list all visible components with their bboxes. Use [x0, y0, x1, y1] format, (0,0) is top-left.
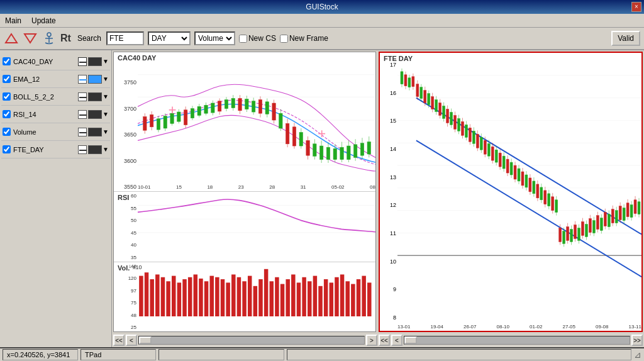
- cac40-arrow[interactable]: ▼: [103, 58, 109, 65]
- main-chart-y-axis: 380037503700365036003550: [114, 52, 138, 191]
- vol-chart-title: Vol.: [118, 264, 130, 272]
- svg-rect-128: [330, 282, 333, 316]
- svg-rect-117: [270, 281, 274, 316]
- status-info2: [287, 349, 631, 360]
- svg-rect-129: [335, 277, 338, 316]
- svg-rect-120: [286, 279, 289, 316]
- volume-checkbox[interactable]: [3, 128, 11, 136]
- cac40-checkbox[interactable]: [3, 57, 11, 65]
- svg-rect-96: [155, 274, 159, 316]
- ema12-arrow[interactable]: ▼: [103, 75, 109, 82]
- svg-rect-115: [258, 279, 262, 316]
- svg-rect-94: [145, 272, 148, 316]
- svg-rect-127: [324, 279, 328, 316]
- volume-arrow[interactable]: ▼: [103, 128, 109, 135]
- indicator-cac40: CAC40_DAY ▼: [1, 53, 110, 70]
- right-chart-svg: [397, 53, 641, 278]
- search-label: Search: [77, 34, 101, 43]
- status-bar: x=0.240526, y=3841 TPad ⊿: [0, 347, 644, 361]
- volume-name: Volume: [13, 128, 77, 136]
- svg-rect-118: [275, 277, 279, 316]
- fte-name: FTE_DAY: [13, 146, 77, 153]
- charts-container: CAC40 DAY 380037503700365036003550: [112, 50, 644, 333]
- title-bar: GUIStock ×: [0, 0, 644, 14]
- svg-rect-104: [199, 278, 203, 316]
- boll-checkbox[interactable]: [3, 92, 11, 101]
- boll-swatch[interactable]: [88, 92, 102, 101]
- indicator-boll: BOLL_5_2_2 ▼: [1, 88, 110, 106]
- svg-line-147: [416, 140, 641, 277]
- mode-display: TPad: [85, 351, 101, 358]
- menu-update[interactable]: Update: [29, 16, 58, 26]
- right-scroll-track[interactable]: [404, 336, 630, 345]
- fte-swatch[interactable]: [88, 145, 102, 154]
- left-panel: CAC40_DAY ▼ EMA_12 ▼ BOLL_5_2_2 ▼: [0, 50, 112, 347]
- svg-rect-114: [253, 286, 257, 316]
- main-content: CAC40_DAY ▼ EMA_12 ▼ BOLL_5_2_2 ▼: [0, 50, 644, 347]
- svg-rect-106: [209, 275, 213, 316]
- svg-rect-102: [188, 277, 192, 316]
- period-select[interactable]: DAY WEEK MONTH: [148, 31, 191, 45]
- svg-rect-135: [367, 282, 371, 316]
- main-chart-svg: [138, 52, 375, 188]
- right-scrollbar: << < >>: [379, 335, 643, 346]
- menu-main[interactable]: Main: [3, 16, 24, 26]
- svg-rect-116: [264, 269, 268, 316]
- cac40-swatch[interactable]: [88, 57, 102, 66]
- rsi-chart-title: RSI: [118, 194, 129, 201]
- fte-line-icon: [78, 145, 87, 154]
- left-scroll-track[interactable]: [138, 336, 365, 345]
- rsi-chart[interactable]: RSI 605550454035: [114, 192, 375, 262]
- left-scroll-thumb[interactable]: [139, 336, 152, 344]
- left-scroll-right-btn[interactable]: >: [366, 335, 377, 346]
- close-button[interactable]: ×: [631, 2, 641, 12]
- rsi14-name: RSI_14: [13, 111, 77, 118]
- menu-bar: Main Update: [0, 14, 644, 28]
- vol-chart[interactable]: Vol. x10 14612097754825: [114, 262, 375, 332]
- fte-checkbox[interactable]: [3, 145, 11, 153]
- volume-select[interactable]: Volume None: [194, 31, 235, 45]
- ema12-swatch[interactable]: [88, 75, 102, 84]
- svg-rect-95: [150, 279, 153, 316]
- resize-icon[interactable]: ⊿: [634, 350, 641, 360]
- right-scroll-thumb[interactable]: [404, 336, 417, 344]
- new-cs-checkbox[interactable]: [239, 35, 247, 43]
- indicator-volume: Volume ▼: [1, 123, 110, 141]
- new-cs-checkbox-label[interactable]: New CS: [239, 34, 276, 43]
- svg-rect-103: [194, 274, 197, 316]
- rsi14-checkbox[interactable]: [3, 110, 11, 118]
- boll-arrow[interactable]: ▼: [103, 93, 109, 100]
- ema12-checkbox[interactable]: [3, 75, 11, 83]
- new-frame-checkbox-label[interactable]: New Frame: [280, 34, 328, 43]
- right-scroll-left2-btn[interactable]: <: [391, 335, 402, 346]
- chart-area: CAC40 DAY 380037503700365036003550: [112, 50, 644, 347]
- left-scroll-left2-btn[interactable]: <: [126, 335, 137, 346]
- left-scroll-left-btn[interactable]: <<: [113, 335, 125, 346]
- scrollbar-area: << < > << < >>: [112, 333, 644, 347]
- indicator-rsi14: RSI_14 ▼: [1, 106, 110, 123]
- svg-point-4: [47, 33, 51, 36]
- rsi14-swatch[interactable]: [88, 110, 102, 119]
- main-chart[interactable]: CAC40 DAY 380037503700365036003550: [114, 52, 375, 192]
- triangle2-icon[interactable]: [23, 31, 38, 46]
- search-input[interactable]: [106, 31, 144, 45]
- rt-label: Rt: [60, 33, 71, 44]
- right-chart[interactable]: FTE DAY 171615141312111098: [379, 52, 643, 332]
- rsi14-arrow[interactable]: ▼: [103, 111, 109, 118]
- svg-rect-109: [226, 282, 230, 316]
- anchor-icon[interactable]: [42, 31, 57, 46]
- right-scroll-right-btn[interactable]: >>: [631, 335, 643, 346]
- status-coords: x=0.240526, y=3841: [3, 349, 78, 360]
- svg-rect-125: [313, 275, 317, 316]
- svg-rect-132: [351, 284, 355, 316]
- right-scroll-left-btn[interactable]: <<: [379, 335, 390, 346]
- svg-rect-121: [291, 274, 295, 316]
- triangle1-icon[interactable]: [4, 31, 19, 46]
- svg-rect-105: [204, 281, 208, 316]
- fte-arrow[interactable]: ▼: [103, 146, 109, 153]
- rsi-chart-y-axis: 605550454035: [114, 192, 138, 262]
- new-frame-checkbox[interactable]: [280, 35, 288, 43]
- svg-rect-122: [297, 282, 301, 316]
- volume-swatch[interactable]: [88, 128, 102, 136]
- valid-button[interactable]: Valid: [611, 31, 640, 46]
